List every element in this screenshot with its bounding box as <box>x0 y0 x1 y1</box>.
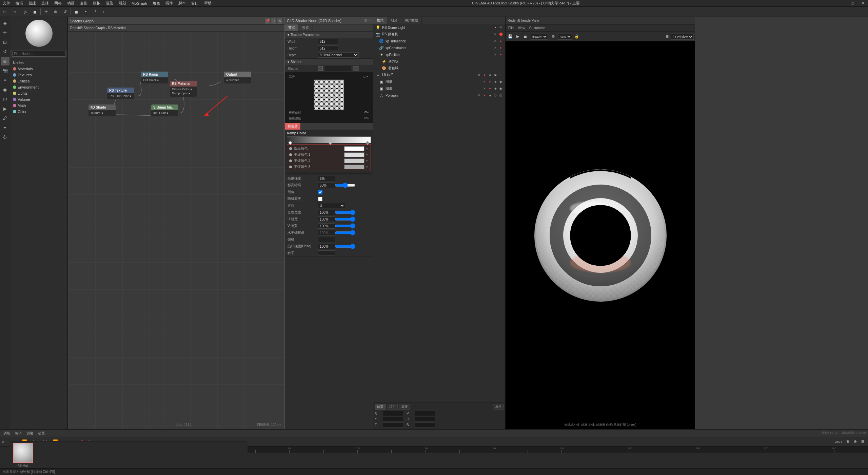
elevation-input[interactable] <box>318 183 335 188</box>
scene-obj-colorfield[interactable]: 🎨 着色域 <box>373 65 505 72</box>
y-input[interactable]: 0 cm <box>383 417 403 422</box>
category-volume[interactable]: Volume <box>10 96 67 102</box>
menu-render[interactable]: 渲染 <box>103 1 116 6</box>
fr-tab-subdivide[interactable]: 细分 <box>387 17 401 24</box>
scene-obj-dynfield[interactable]: ⚡ 动力场 <box>373 58 505 65</box>
fr-tab-userdata[interactable]: 用户数据 <box>401 17 422 24</box>
rx-input[interactable]: 0° <box>415 411 435 416</box>
fig1-ctrl1[interactable]: ✕ <box>482 79 487 84</box>
render-option1[interactable]: ⚙ <box>550 33 557 40</box>
ramp-stop-2[interactable] <box>366 141 369 145</box>
poly-mode[interactable]: □ <box>100 7 110 17</box>
menu-script[interactable]: 脚本 <box>176 1 189 6</box>
material-icon[interactable]: ◉ <box>1 85 9 94</box>
node-search-input[interactable] <box>12 51 65 57</box>
ramp-swatch-3[interactable] <box>344 165 364 169</box>
bump-strength-slider[interactable] <box>335 244 355 248</box>
u-seam-input[interactable] <box>318 216 335 222</box>
scene-obj-xpemitter[interactable]: ✦ xpEmitter ✕ ● <box>373 51 505 58</box>
h-offset-slider[interactable] <box>335 231 355 235</box>
select-tool-icon[interactable]: ◈ <box>1 19 9 27</box>
coord-tab-size[interactable]: 尺寸 <box>387 404 398 410</box>
menu-sculpt[interactable]: 雕刻 <box>116 1 129 6</box>
shader-pick-btn[interactable]: … <box>353 66 359 71</box>
sculpt-icon[interactable]: 🖊 <box>1 114 9 122</box>
scene-obj-polygon[interactable]: △ Polygon ✕ ● ◈ ⬡ ◎ <box>373 92 505 99</box>
z-input[interactable]: 0 cm <box>383 422 403 428</box>
render-fit-icon[interactable]: ⊞ <box>664 33 670 40</box>
seed-input[interactable] <box>318 250 335 256</box>
random-check[interactable] <box>318 197 322 201</box>
menu-help[interactable]: 帮助 <box>201 1 214 6</box>
category-environment[interactable]: Environment <box>10 84 67 90</box>
fr-tab-mode[interactable]: 模式 <box>373 17 387 24</box>
wall-width-slider[interactable] <box>335 210 355 214</box>
tl-grid[interactable]: ⊞ <box>859 438 866 445</box>
h-offset-input[interactable] <box>318 230 335 235</box>
category-color[interactable]: Color <box>10 109 67 115</box>
zoom-select[interactable]: Fit Window 150% <box>671 34 694 40</box>
shader-graph-content[interactable]: RS Ramp Out Color ● RS Material Diffuse … <box>68 32 284 429</box>
shader-graph-maximize[interactable]: □ <box>271 18 276 24</box>
rz-input[interactable]: 0° <box>415 422 435 428</box>
shader-input[interactable]: 干燥 <box>324 66 351 71</box>
cam-ctrl2[interactable]: 🔴 <box>498 32 503 37</box>
scale-icon[interactable]: ⊡ <box>1 38 9 46</box>
scene-obj-figure2[interactable]: ▣ 图形 ✕ ● ◈ ◉ <box>373 85 505 92</box>
point-mode[interactable]: • <box>81 7 91 17</box>
v-seam-slider[interactable] <box>335 224 355 228</box>
model-mode[interactable]: ◼ <box>72 7 81 17</box>
tl-animate-btn[interactable]: 动画 <box>37 431 46 436</box>
tag-icon[interactable]: 🏷 <box>1 95 9 103</box>
category-utilities[interactable]: Utilities <box>10 78 67 84</box>
brightness-input[interactable] <box>318 176 335 181</box>
active-tool-icon[interactable]: ⊕ <box>1 57 9 65</box>
menu-simulate[interactable]: 模拟 <box>90 1 103 6</box>
scene-obj-dome-light[interactable]: 💡 RS Dome Light ● 👁 <box>373 24 505 31</box>
render-stop-icon[interactable]: ⏹ <box>522 33 529 40</box>
scene-obj-xpconstraints[interactable]: 🔗 xpConstraints ✕ ● <box>373 44 505 51</box>
minimize-btn[interactable]: — <box>837 0 848 7</box>
color-ramp-bar[interactable] <box>287 136 371 143</box>
menu-create[interactable]: 创建 <box>26 1 39 6</box>
move-icon[interactable]: ✛ <box>1 28 9 37</box>
render-lock-icon[interactable]: 🔒 <box>573 33 580 40</box>
xpt-ctrl[interactable]: ✕ <box>493 39 498 43</box>
menu-select[interactable]: 选择 <box>39 1 52 6</box>
ramp-edit-0[interactable]: ✏ <box>366 147 369 150</box>
node-rs-texture[interactable]: RS Texture Tex. Out Color ● <box>107 88 134 99</box>
menu-character[interactable]: 角色 <box>150 1 163 6</box>
undo-btn[interactable]: ↩ <box>0 7 9 17</box>
cam-ctrl1[interactable]: ✕ <box>493 32 498 37</box>
bevel-check[interactable] <box>318 190 322 194</box>
rotate-icon[interactable]: ↺ <box>1 47 9 56</box>
node-s-bump[interactable]: S Bump Ma... Input Out ● <box>151 104 178 116</box>
menu-window[interactable]: 窗口 <box>189 1 201 6</box>
fig2-ctrl1[interactable]: ✕ <box>482 86 487 91</box>
l9-ctrl[interactable]: ✕ <box>477 73 481 77</box>
apply-btn[interactable]: 应用 <box>493 404 504 410</box>
tab-preview[interactable]: 预览 <box>299 24 313 31</box>
scene-obj-camera[interactable]: 📷 RS 摄像机 ✕ 🔴 <box>373 31 505 38</box>
shader-graph-pin[interactable]: 📌 <box>265 18 270 24</box>
tab-node[interactable]: 节点 <box>285 24 299 31</box>
xp-icon[interactable]: ✦ <box>1 123 9 132</box>
ramp-swatch-0[interactable] <box>344 146 364 151</box>
render-icon[interactable]: ▶ <box>1 104 9 113</box>
tab-coloring[interactable]: 着色器 <box>285 123 301 130</box>
direction-select[interactable]: UV <box>318 203 345 208</box>
menu-deform[interactable]: 变形 <box>77 1 90 6</box>
depth-select[interactable]: 8 Bits/Channel <box>318 52 359 58</box>
render-save-icon[interactable]: 💾 <box>507 33 514 40</box>
texture-params-title[interactable]: ▾ Texture Parameters <box>285 32 373 38</box>
close-btn[interactable]: ✕ <box>858 0 868 7</box>
maximize-btn[interactable]: □ <box>848 0 858 7</box>
xpe-ctrl[interactable]: ✕ <box>493 52 498 57</box>
width-input[interactable] <box>318 39 338 44</box>
v-seam-input[interactable] <box>318 223 335 229</box>
redo-btn[interactable]: ↪ <box>9 7 19 17</box>
tl-zoom-out[interactable]: ⊖ <box>852 438 859 445</box>
bump-strength-input[interactable] <box>318 244 335 249</box>
x-input[interactable]: 0 cm <box>383 411 403 416</box>
xpc-ctrl[interactable]: ✕ <box>493 45 498 50</box>
